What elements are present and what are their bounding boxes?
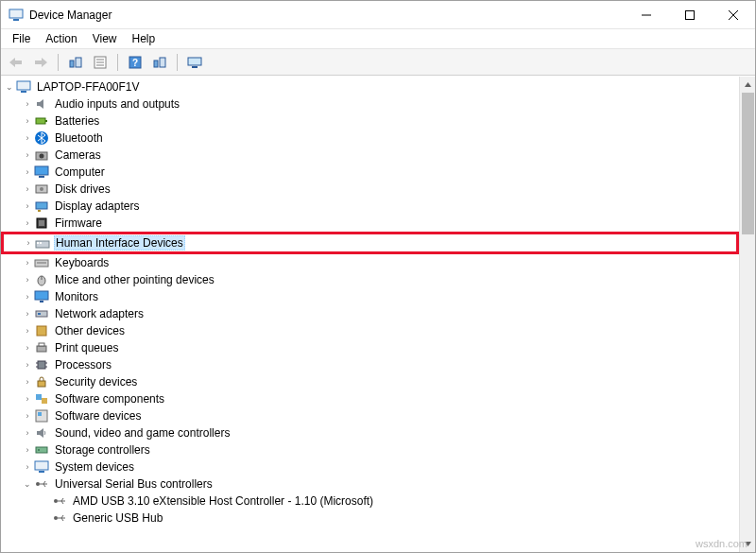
usb-device-icon [52, 493, 67, 509]
expand-icon[interactable]: › [21, 392, 34, 406]
category-audio[interactable]: ›Audio inputs and outputs [3, 95, 739, 112]
device-usb-child[interactable]: AMD USB 3.10 eXtensible Host Controller … [3, 493, 739, 510]
expand-icon[interactable]: › [21, 341, 34, 354]
forward-button [29, 52, 52, 73]
expand-icon[interactable]: › [21, 199, 34, 213]
svg-rect-19 [21, 91, 26, 93]
menu-bar: File Action View Help [1, 29, 755, 49]
scroll-up-button[interactable] [740, 77, 755, 93]
show-hidden-button[interactable] [64, 52, 87, 73]
close-button[interactable] [712, 1, 755, 29]
category-other-devices[interactable]: ›Other devices [3, 322, 739, 339]
category-monitors[interactable]: ›Monitors [3, 288, 739, 305]
expand-icon[interactable]: › [21, 148, 34, 162]
category-security-devices[interactable]: ›Security devices [3, 373, 739, 390]
category-cameras[interactable]: ›Cameras [3, 147, 739, 164]
svg-rect-6 [70, 60, 74, 67]
category-processors[interactable]: ›Processors [3, 356, 739, 373]
expand-icon[interactable]: › [21, 307, 34, 320]
category-display-adapters[interactable]: ›Display adapters [3, 198, 739, 215]
printer-icon [34, 340, 49, 355]
svg-rect-29 [36, 202, 47, 209]
category-keyboards[interactable]: ›Keyboards [3, 254, 739, 271]
svg-rect-32 [39, 220, 44, 226]
disk-icon [34, 181, 49, 197]
properties-button[interactable] [89, 52, 112, 73]
category-network-adapters[interactable]: ›Network adapters [3, 305, 739, 322]
expand-icon[interactable]: › [21, 97, 34, 111]
svg-rect-25 [35, 166, 48, 175]
category-storage-controllers[interactable]: ›Storage controllers [3, 441, 739, 458]
scan-button[interactable] [148, 52, 171, 73]
svg-rect-30 [38, 210, 41, 212]
svg-rect-57 [36, 447, 47, 453]
svg-rect-45 [37, 346, 46, 352]
expand-icon[interactable]: › [21, 460, 34, 474]
category-mice[interactable]: ›Mice and other pointing devices [3, 271, 739, 288]
highlight-annotation: ›Human Interface Devices [1, 232, 739, 254]
svg-point-61 [36, 482, 40, 486]
menu-view[interactable]: View [85, 30, 125, 47]
minimize-button[interactable] [625, 1, 668, 29]
svg-point-65 [54, 499, 58, 503]
svg-rect-16 [188, 58, 201, 65]
device-usb-child[interactable]: Generic USB Hub [3, 510, 739, 527]
menu-action[interactable]: Action [38, 30, 84, 47]
hid-icon [35, 235, 50, 251]
firmware-icon [34, 216, 49, 231]
expand-icon[interactable]: › [21, 182, 34, 196]
expand-icon[interactable]: › [21, 131, 34, 145]
menu-help[interactable]: Help [125, 30, 163, 47]
software-component-icon [34, 391, 49, 406]
device-tree[interactable]: ⌄ LAPTOP-FFA00F1V ›Audio inputs and outp… [1, 77, 739, 552]
category-print-queues[interactable]: ›Print queues [3, 339, 739, 356]
maximize-button[interactable] [668, 1, 712, 29]
scroll-thumb[interactable] [742, 93, 754, 234]
speaker-icon [34, 96, 49, 112]
expand-icon[interactable]: › [21, 358, 34, 372]
expand-icon[interactable]: › [21, 290, 34, 303]
device-manager-window: Device Manager File Action View Help ? ⌄ [0, 0, 756, 553]
scroll-down-button[interactable] [740, 536, 755, 552]
expand-icon[interactable]: › [22, 236, 35, 250]
expand-icon[interactable]: › [21, 256, 34, 269]
category-usb-controllers[interactable]: ⌄Universal Serial Bus controllers [3, 475, 739, 493]
svg-rect-54 [42, 398, 47, 404]
category-human-interface-devices[interactable]: ›Human Interface Devices [4, 234, 736, 251]
category-system-devices[interactable]: ›System devices [3, 458, 739, 475]
software-device-icon [34, 408, 49, 423]
category-sound-video-game[interactable]: ›Sound, video and game controllers [3, 424, 739, 441]
expand-icon[interactable]: › [21, 216, 34, 230]
expand-icon[interactable]: › [21, 426, 34, 440]
svg-point-28 [40, 187, 43, 191]
expand-icon[interactable]: › [21, 324, 34, 337]
svg-rect-44 [37, 326, 46, 336]
app-icon [9, 8, 24, 23]
expand-icon[interactable]: ⌄ [3, 80, 16, 94]
vertical-scrollbar[interactable] [739, 77, 755, 552]
menu-file[interactable]: File [5, 30, 38, 47]
expand-icon[interactable]: ⌄ [21, 477, 34, 491]
network-icon [34, 306, 49, 321]
devices-by-connection-button[interactable] [183, 52, 206, 73]
category-batteries[interactable]: ›Batteries [3, 112, 739, 130]
usb-icon [34, 476, 49, 492]
toolbar-separator [117, 54, 118, 71]
expand-icon[interactable]: › [21, 114, 34, 128]
other-devices-icon [34, 323, 49, 338]
category-bluetooth[interactable]: ›Bluetooth [3, 130, 739, 147]
category-software-devices[interactable]: ›Software devices [3, 407, 739, 424]
expand-icon[interactable]: › [21, 375, 34, 389]
category-disk-drives[interactable]: ›Disk drives [3, 181, 739, 198]
category-software-components[interactable]: ›Software components [3, 390, 739, 407]
svg-point-58 [38, 449, 40, 451]
expand-icon[interactable]: › [21, 443, 34, 457]
help-button[interactable]: ? [124, 52, 146, 73]
category-computer[interactable]: ›Computer [3, 164, 739, 181]
expand-icon[interactable]: › [21, 165, 34, 179]
category-firmware[interactable]: ›Firmware [3, 215, 739, 232]
tree-root[interactable]: ⌄ LAPTOP-FFA00F1V [3, 78, 739, 95]
expand-icon[interactable]: › [21, 273, 34, 286]
expand-icon[interactable]: › [21, 409, 34, 423]
svg-rect-15 [160, 58, 165, 67]
